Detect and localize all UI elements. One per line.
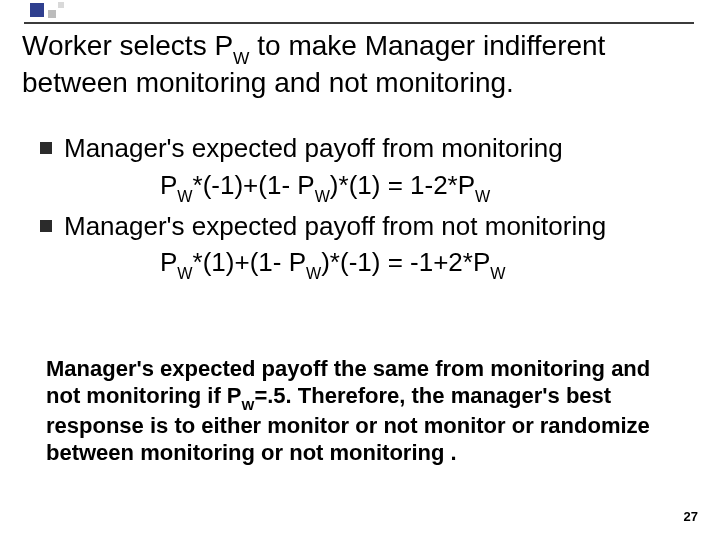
f-sub: W xyxy=(177,264,192,282)
conclusion-text: Manager's expected payoff the same from … xyxy=(46,356,686,467)
bullet-item: Manager's expected payoff from not monit… xyxy=(40,210,700,243)
bullet-item: Manager's expected payoff from monitorin… xyxy=(40,132,700,165)
f-post: )*(-1) = -1+2*P xyxy=(321,247,490,277)
bullet-square-icon xyxy=(40,142,52,154)
bullet-text: Manager's expected payoff from not monit… xyxy=(64,210,606,243)
bullet-square-icon xyxy=(40,220,52,232)
deco-square-large xyxy=(30,3,44,17)
f-sub: W xyxy=(306,264,321,282)
f-post: *(-1)+(1- P xyxy=(193,170,315,200)
f-pre: P xyxy=(160,170,177,200)
f-sub: W xyxy=(177,187,192,205)
header-rule xyxy=(24,22,694,24)
f-sub: W xyxy=(475,187,490,205)
conclusion-sub: W xyxy=(242,398,255,413)
bullet-formula: PW*(-1)+(1- PW)*(1) = 1-2*PW xyxy=(160,169,700,204)
title-pre: Worker selects P xyxy=(22,30,233,61)
f-pre: P xyxy=(160,247,177,277)
deco-square-medium xyxy=(48,10,56,18)
f-sub: W xyxy=(315,187,330,205)
title-sub: W xyxy=(233,48,249,68)
bullet-text: Manager's expected payoff from monitorin… xyxy=(64,132,563,165)
f-post: )*(1) = 1-2*P xyxy=(330,170,475,200)
f-post: *(1)+(1- P xyxy=(193,247,306,277)
deco-square-small xyxy=(58,2,64,8)
bullet-formula: PW*(1)+(1- PW)*(-1) = -1+2*PW xyxy=(160,246,700,281)
slide: Worker selects PW to make Manager indiff… xyxy=(0,0,720,540)
header-decoration xyxy=(0,0,720,26)
page-number: 27 xyxy=(684,509,698,524)
f-sub: W xyxy=(490,264,505,282)
slide-title: Worker selects PW to make Manager indiff… xyxy=(22,30,702,99)
bullet-list: Manager's expected payoff from monitorin… xyxy=(40,132,700,288)
